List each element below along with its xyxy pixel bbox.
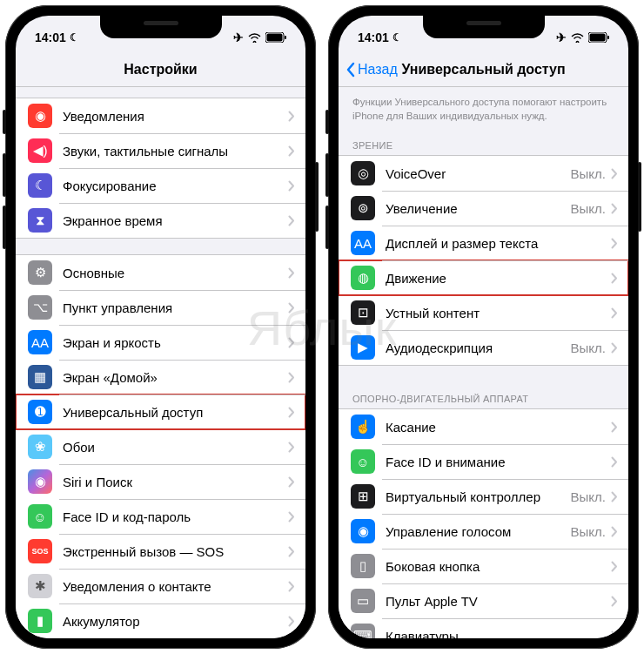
row-label: Боковая кнопка [386,559,611,574]
settings-row[interactable]: ▦Экран «Домой» [16,360,305,394]
chevron-right-icon [288,267,295,279]
row-label: Уведомления о контакте [63,579,288,594]
nav-bar: Назад Универсальный доступ [339,52,628,87]
settings-row[interactable]: ⧗Экранное время [16,203,305,238]
voice-icon: ◉ [351,519,375,543]
settings-row[interactable]: ⌥Пункт управления [16,290,305,325]
keyboard-icon: ⌨ [351,624,375,638]
wifi-icon [571,32,584,43]
chevron-right-icon [288,180,295,192]
chevron-right-icon [288,407,295,418]
settings-row[interactable]: ⚙Основные [16,255,305,290]
settings-group: ☝Касание☺Face ID и внимание⊞Виртуальный … [339,408,628,638]
row-label: Обои [63,440,288,455]
battery-icon [265,32,286,43]
row-label: Устный контент [386,306,611,320]
chevron-right-icon [611,526,618,537]
row-label: Виртуальный контроллер [386,489,571,504]
svg-rect-2 [285,36,286,39]
row-label: Увеличение [386,201,571,216]
row-value: Выкл. [571,340,606,355]
settings-row[interactable]: ▮Аккумулятор [16,603,305,638]
settings-row[interactable]: AAЭкран и яркость [16,325,305,360]
chevron-right-icon [611,168,618,179]
settings-row[interactable]: ⊡Устный контент [339,295,628,330]
settings-row[interactable]: ◉Siri и Поиск [16,464,305,499]
settings-group: ◎VoiceOverВыкл.⊚УвеличениеВыкл.AAДисплей… [339,155,628,366]
row-label: Движение [386,271,611,286]
settings-row[interactable]: AAДисплей и размер текста [339,226,628,260]
settings-row[interactable]: ☺Face ID и внимание [339,444,628,479]
row-label: Пункт управления [63,300,288,315]
status-time: 14:01 [35,30,66,44]
chevron-right-icon [288,511,295,523]
chevron-right-icon [611,561,618,572]
settings-row[interactable]: ▯Боковая кнопка [339,549,628,583]
chevron-right-icon [288,546,295,557]
chevron-right-icon [288,372,295,383]
settings-row[interactable]: ◍Движение [339,260,628,295]
row-label: Siri и Поиск [63,475,288,489]
hourglass-icon: ⧗ [28,208,52,233]
settings-row[interactable]: ☝Касание [339,409,628,444]
chevron-right-icon [611,596,618,607]
chevron-right-icon [288,442,295,453]
chevron-right-icon [288,476,295,488]
phone-left: 14:01 ☾ ✈ Настройки ◉Уведомления◀)Звуки,… [5,5,316,649]
svg-rect-4 [590,34,606,42]
row-label: Управление голосом [386,524,571,539]
sidebtn-icon: ▯ [351,554,375,578]
settings-row[interactable]: ◉Уведомления [16,98,305,133]
chevron-right-icon [611,273,618,284]
settings-row[interactable]: ☾Фокусирование [16,168,305,203]
settings-row[interactable]: ◀)Звуки, тактильные сигналы [16,133,305,168]
dnd-icon: ☾ [70,31,79,44]
row-label: Аккумулятор [63,614,288,629]
settings-list[interactable]: ◉Уведомления◀)Звуки, тактильные сигналы☾… [16,87,305,638]
wallpaper-icon: ❀ [28,435,52,459]
settings-row[interactable]: ⊞Виртуальный контроллерВыкл. [339,479,628,514]
speech-icon: ⊡ [351,300,375,325]
back-button[interactable]: Назад [345,62,398,78]
settings-row[interactable]: ▭Пульт Apple TV [339,583,628,618]
switch-icon: ⊞ [351,484,375,509]
chevron-right-icon [611,203,618,214]
chevron-right-icon [288,145,295,157]
settings-group: ◉Уведомления◀)Звуки, тактильные сигналы☾… [16,98,305,239]
row-label: Звуки, тактильные сигналы [63,144,288,158]
chevron-right-icon [611,456,618,468]
settings-row[interactable]: ➊Универсальный доступ [16,394,305,429]
settings-row[interactable]: ❀Обои [16,429,305,464]
status-time: 14:01 [358,30,389,44]
settings-row[interactable]: ⌨Клавиатуры [339,618,628,638]
row-label: Основные [63,266,288,280]
settings-row[interactable]: ☺Face ID и код-пароль [16,499,305,534]
settings-row[interactable]: SOSЭкстренный вызов — SOS [16,534,305,569]
row-label: Экран «Домой» [63,370,288,385]
accessibility-icon: ➊ [28,400,52,424]
row-value: Выкл. [571,201,606,216]
remote-icon: ▭ [351,589,375,613]
text-icon: AA [351,231,375,255]
settings-row[interactable]: ▶АудиодескрипцияВыкл. [339,330,628,365]
section-header: ЗРЕНИЕ [339,128,628,155]
settings-row[interactable]: ⊚УвеличениеВыкл. [339,191,628,226]
touch-icon: ☝ [351,415,375,439]
settings-row[interactable]: ◎VoiceOverВыкл. [339,156,628,191]
row-label: Уведомления [63,109,288,124]
audio-icon: ▶ [351,335,375,360]
contact-icon: ✱ [28,574,52,598]
settings-group: ⚙Основные⌥Пункт управленияAAЭкран и ярко… [16,254,305,638]
bell-icon: ◉ [28,104,52,128]
chevron-right-icon [611,238,618,249]
row-label: Face ID и внимание [386,455,611,469]
chevron-right-icon [288,616,295,627]
accessibility-list[interactable]: Функции Универсального доступа помогают … [339,87,628,638]
settings-row[interactable]: ✱Уведомления о контакте [16,569,305,603]
dnd-icon: ☾ [392,31,402,44]
speaker-icon: ◀) [28,138,52,163]
nav-bar: Настройки [16,52,305,87]
settings-row[interactable]: ◉Управление голосомВыкл. [339,514,628,549]
chevron-right-icon [611,491,618,502]
wifi-icon [248,32,261,43]
